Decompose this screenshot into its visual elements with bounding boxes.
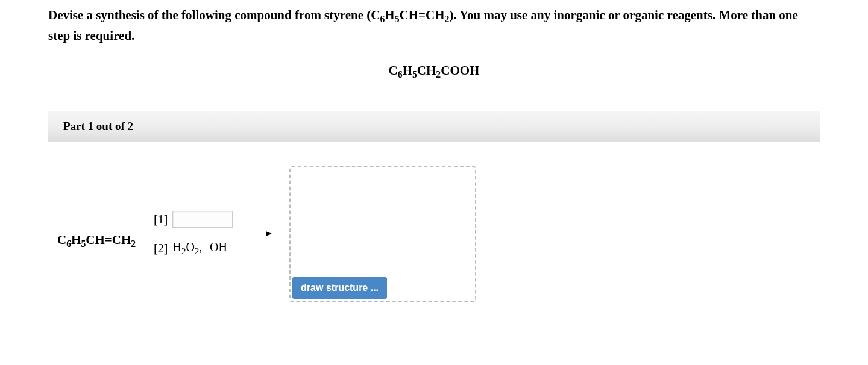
step2-reagent: H2O2, −OH <box>172 240 227 257</box>
reaction-scheme: C6H5CH=CH2 [1] [2] H2O2, −OH draw struct… <box>57 166 820 302</box>
step1-label: [1] <box>154 213 168 226</box>
question-text-pre: Devise a synthesis of the following comp… <box>48 8 371 22</box>
question-prompt: Devise a synthesis of the following comp… <box>48 6 820 45</box>
styrene-formula: C6H5CH=CH2 <box>371 8 449 22</box>
reagent-step-1: [1] <box>154 211 233 228</box>
reagent-step-2: [2] H2O2, −OH <box>154 240 227 257</box>
reagents-and-arrow: [1] [2] H2O2, −OH <box>154 211 271 257</box>
step2-label: [2] <box>154 242 168 255</box>
part-label: Part 1 out of 2 <box>63 120 133 133</box>
draw-structure-button[interactable]: draw structure ... <box>292 277 387 299</box>
reactant-formula: C6H5CH=CH2 <box>57 232 136 247</box>
target-compound: C6H5CH2COOH <box>48 63 820 80</box>
reaction-arrow <box>154 234 271 234</box>
part-header: Part 1 out of 2 <box>48 111 820 142</box>
reagent-input-1[interactable] <box>172 211 233 228</box>
structure-drawing-box[interactable]: draw structure ... <box>289 166 476 302</box>
target-compound-formula: C6H5CH2COOH <box>389 63 480 78</box>
reactant: C6H5CH=CH2 <box>57 217 136 249</box>
